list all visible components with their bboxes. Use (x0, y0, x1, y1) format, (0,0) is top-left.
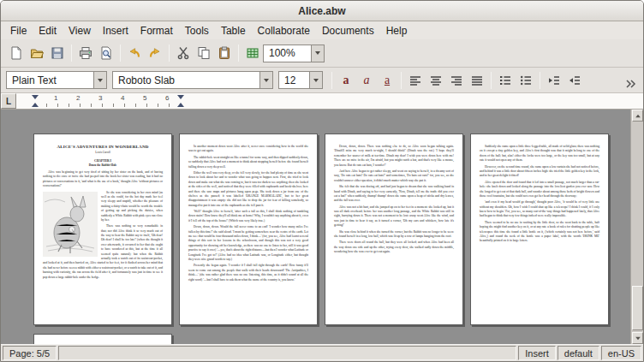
scroll-up-button[interactable] (632, 110, 643, 122)
bold-button[interactable]: a (336, 70, 356, 91)
redo-button[interactable] (145, 43, 165, 63)
paragraph[interactable]: Alice was beginning to get very tired of… (43, 170, 163, 189)
menu-edit[interactable]: Edit (33, 23, 63, 39)
document-page-2[interactable]: In another moment down went Alice after … (179, 134, 318, 325)
menubar: File Edit View Insert Format Tools Table… (1, 21, 643, 39)
first-line-indent-marker[interactable] (32, 103, 39, 107)
tab-stop-selector[interactable]: L (1, 93, 16, 109)
numbered-list-button[interactable] (495, 70, 516, 91)
menu-table[interactable]: Table (215, 23, 252, 39)
abiword-window: Alice.abw File Edit View Insert Format T… (0, 0, 644, 362)
save-button[interactable] (47, 43, 68, 63)
menu-documents[interactable]: Documents (316, 23, 380, 39)
size-combo[interactable]: 12 (278, 71, 323, 89)
menu-file[interactable]: File (4, 23, 33, 39)
increase-indent-button[interactable] (564, 70, 585, 91)
paragraph[interactable]: 'and even if my head would go through,' … (480, 200, 599, 219)
save-icon (51, 46, 64, 60)
underline-button[interactable]: a (377, 70, 397, 91)
paragraph[interactable]: Either the well was very deep, or she fe… (188, 171, 308, 208)
style-value: Plain Text (7, 72, 93, 88)
size-dropdown-button[interactable] (309, 72, 322, 88)
book-title: ALICE'S ADVENTURES IN WONDERLAND (43, 145, 163, 149)
align-left-button[interactable] (405, 70, 426, 91)
toolbar-overflow-button[interactable] (620, 74, 641, 94)
menu-insert[interactable]: Insert (97, 23, 134, 39)
titlebar[interactable]: Alice.abw (1, 1, 643, 21)
align-right-button[interactable] (446, 70, 467, 91)
copy-button[interactable] (194, 43, 214, 63)
style-combo[interactable]: Plain Text (6, 71, 107, 89)
toolbar-separator (238, 45, 239, 62)
chapter-title: Down the Rabbit-Hole (43, 163, 163, 167)
paragraph[interactable]: Alice was not a bit hurt, and she jumped… (334, 205, 454, 228)
language-indicator[interactable]: en-US (601, 346, 641, 360)
scroll-down-button[interactable] (632, 332, 643, 344)
new-button[interactable] (6, 43, 27, 63)
vertical-scrollbar[interactable] (630, 110, 643, 344)
insert-mode-indicator[interactable]: Insert (518, 346, 556, 360)
paragraph[interactable]: Suddenly she came upon a little three-le… (480, 145, 599, 163)
paragraph[interactable]: Presently she began again. 'I wonder if … (188, 264, 308, 282)
document-page-5-partial[interactable] (33, 334, 172, 344)
right-margin-marker[interactable] (177, 103, 184, 107)
menu-format[interactable]: Format (134, 23, 179, 39)
bullet-list-icon (519, 74, 533, 87)
italic-a-icon: a (364, 74, 370, 86)
decrease-indent-button[interactable] (544, 70, 564, 91)
paragraph[interactable]: The rabbit-hole went straight on like a … (188, 156, 308, 169)
menu-view[interactable]: View (63, 23, 97, 39)
ruler-number: 1 (54, 95, 57, 102)
menu-tools[interactable]: Tools (179, 23, 215, 39)
zoom-combo[interactable]: 100% (263, 45, 325, 62)
paragraph[interactable]: Alice opened the door and found that it … (480, 181, 599, 199)
left-indent-marker[interactable] (32, 95, 39, 99)
scrollbar-thumb[interactable] (632, 286, 643, 330)
menu-help[interactable]: Help (380, 23, 414, 39)
paragraph[interactable]: There were doors all round the hall, but… (334, 240, 454, 254)
zoom-value: 100% (264, 45, 311, 62)
ruler-number: 5 (143, 95, 146, 102)
font-combo[interactable]: Roboto Slab (112, 71, 273, 89)
ruler-number: 4 (121, 95, 124, 102)
print-button[interactable] (75, 43, 96, 63)
toolbar-separator (491, 72, 492, 89)
align-justify-button[interactable] (467, 70, 487, 91)
insert-table-button[interactable] (242, 43, 263, 63)
document-page-3[interactable]: Down, down, down. There was nothing else… (325, 134, 463, 325)
font-dropdown-button[interactable] (259, 72, 272, 88)
paragraph[interactable]: Down, down, down. Would the fall never c… (188, 225, 308, 262)
undo-button[interactable] (124, 43, 145, 63)
open-button[interactable] (27, 43, 47, 63)
toolbar-separator (331, 72, 332, 89)
scroll-up-icon (635, 114, 641, 117)
style-dropdown-button[interactable] (93, 72, 106, 88)
paragraph[interactable]: She was close behind it when she turned … (334, 230, 454, 240)
paragraph[interactable]: Down, down, down. There was nothing else… (334, 145, 454, 168)
paragraph[interactable]: She felt that she was dozing off, and ha… (334, 185, 454, 204)
paragraph[interactable]: 'Well!' thought Alice to herself, 'after… (188, 210, 308, 223)
cut-button[interactable] (173, 43, 194, 63)
paragraph[interactable]: There seemed to be no use in waiting by … (480, 221, 599, 244)
paragraph[interactable]: In another moment down went Alice after … (188, 145, 308, 154)
redo-icon (148, 46, 162, 60)
horizontal-ruler[interactable]: 1 2 3 4 5 6 (16, 93, 643, 109)
print-preview-button[interactable] (96, 43, 116, 63)
paste-button[interactable] (214, 43, 235, 63)
zoom-dropdown-button[interactable] (311, 45, 324, 62)
bold-a-icon: a (343, 74, 349, 86)
paragraph[interactable]: However, on the second time round, she c… (480, 165, 599, 179)
bullet-list-button[interactable] (516, 70, 536, 91)
document-area[interactable]: ALICE'S ADVENTURES IN WONDERLAND Lewis C… (1, 110, 643, 344)
document-page-1[interactable]: ALICE'S ADVENTURES IN WONDERLAND Lewis C… (33, 134, 172, 325)
print-icon (79, 46, 92, 60)
underline-a-icon: a (385, 74, 390, 86)
right-indent-marker[interactable] (177, 95, 184, 99)
tab-left-icon: L (6, 97, 11, 106)
paragraph[interactable]: And here Alice began to get rather sleep… (334, 169, 454, 183)
document-page-4[interactable]: Suddenly she came upon a little three-le… (470, 134, 609, 325)
menu-collaborate[interactable]: Collaborate (252, 23, 316, 39)
ruler-number: 3 (98, 95, 102, 102)
align-center-button[interactable] (426, 70, 446, 91)
italic-button[interactable]: a (356, 70, 377, 91)
